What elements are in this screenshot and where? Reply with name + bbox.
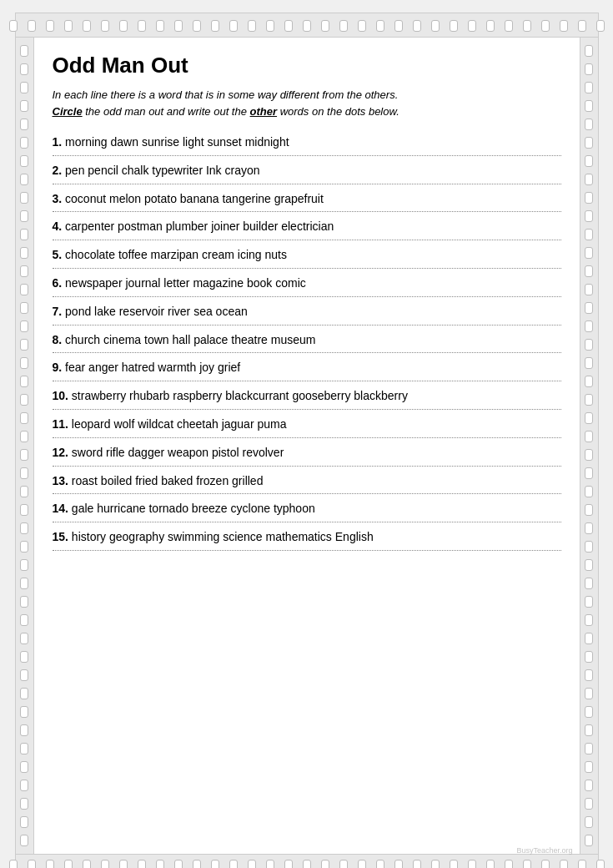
side-hole [585, 155, 593, 167]
question-words: church cinema town hall palace theatre m… [65, 333, 315, 346]
question-words: history geography swimming science mathe… [72, 530, 374, 543]
side-hole [20, 82, 28, 93]
side-hole [20, 137, 28, 149]
hole [394, 860, 403, 868]
hole [523, 20, 531, 32]
hole [505, 20, 513, 32]
side-hole [20, 504, 28, 516]
hole [413, 860, 421, 868]
side-hole [585, 467, 593, 479]
side-hole [20, 192, 28, 204]
hole [28, 20, 36, 32]
hole [156, 860, 164, 868]
side-hole [20, 357, 28, 369]
side-hole [20, 394, 28, 406]
hole [211, 20, 219, 32]
question-row: 12. sword rifle dagger weapon pistol rev… [53, 442, 561, 467]
side-hole [20, 578, 28, 589]
question-words: sword rifle dagger weapon pistol revolve… [72, 446, 284, 459]
answer-line [53, 325, 561, 326]
instructions: In each line there is a word that is in … [53, 87, 561, 119]
answer-line [53, 522, 561, 522]
side-hole [20, 431, 28, 442]
question-number: 3. [53, 192, 66, 205]
question-row: 1. morning dawn sunrise light sunset mid… [53, 131, 561, 156]
side-hole [585, 265, 593, 277]
side-hole [585, 522, 593, 534]
side-hole [585, 247, 593, 259]
side-hole [585, 449, 593, 461]
hole [431, 860, 440, 868]
side-hole [20, 229, 28, 240]
question-number: 10. [53, 389, 72, 402]
hole [174, 860, 183, 868]
hole [156, 20, 164, 32]
hole [138, 20, 146, 32]
hole [303, 20, 311, 32]
side-hole [585, 559, 593, 571]
hole [229, 860, 238, 868]
hole [83, 20, 91, 32]
side-hole [20, 486, 28, 497]
question-row: 6. newspaper journal letter magazine boo… [53, 272, 561, 297]
hole [468, 20, 476, 32]
question-words: coconut melon potato banana tangerine gr… [65, 192, 324, 205]
side-hole [20, 596, 28, 608]
side-hole [585, 394, 593, 406]
side-hole [20, 339, 28, 351]
side-hole [585, 45, 593, 57]
question-number: 12. [53, 446, 72, 459]
side-hole [585, 761, 593, 773]
side-hole [585, 706, 593, 718]
answer-line [53, 184, 561, 184]
hole [339, 860, 348, 868]
question-row: 7. pond lake reservoir river sea ocean [53, 300, 561, 326]
side-hole [20, 761, 28, 773]
side-hole [20, 651, 28, 663]
question-words: carpenter postman plumber joiner builder… [65, 220, 334, 233]
hole [394, 20, 403, 32]
worksheet-page: Odd Man Out In each line there is a word… [15, 13, 599, 868]
question-row: 15. history geography swimming science m… [53, 526, 561, 551]
side-hole [585, 119, 593, 130]
question-row: 13. roast boiled fried baked frozen gril… [53, 470, 561, 495]
side-hole [585, 669, 593, 681]
question-row: 5. chocolate toffee marzipan cream icing… [53, 244, 561, 269]
side-hole [20, 320, 28, 332]
hole [339, 20, 348, 32]
bottom-binding [16, 854, 598, 868]
watermark: BusyTeacher.org [516, 846, 572, 855]
side-hole [20, 835, 28, 846]
hole [248, 860, 256, 868]
side-hole [585, 504, 593, 516]
side-hole [20, 265, 28, 277]
question-number: 1. [53, 135, 66, 149]
side-hole [585, 339, 593, 351]
side-hole [585, 816, 593, 828]
side-hole [20, 743, 28, 754]
hole [83, 860, 91, 868]
side-hole [585, 798, 593, 810]
hole [578, 860, 586, 868]
side-hole [585, 63, 593, 75]
question-row: 4. carpenter postman plumber joiner buil… [53, 215, 561, 240]
hole [505, 860, 513, 868]
question-words: leopard wolf wildcat cheetah jaguar puma [72, 417, 287, 431]
question-row: 2. pen pencil chalk typewriter Ink crayo… [53, 159, 561, 184]
side-hole [585, 541, 593, 553]
questions-container: 1. morning dawn sunrise light sunset mid… [53, 131, 561, 551]
hole [413, 20, 421, 32]
question-words: pond lake reservoir river sea ocean [65, 305, 248, 318]
side-hole [585, 284, 593, 295]
side-hole [20, 688, 28, 699]
question-text: 15. history geography swimming science m… [53, 526, 561, 549]
side-hole [20, 541, 28, 553]
question-words: roast boiled fried baked frozen grilled [72, 474, 264, 487]
hole [303, 860, 311, 868]
hole [138, 860, 146, 868]
content-area: Odd Man Out In each line there is a word… [16, 38, 598, 854]
side-hole [20, 706, 28, 718]
answer-line [53, 409, 561, 410]
side-hole [585, 614, 593, 626]
answer-line [53, 352, 561, 353]
